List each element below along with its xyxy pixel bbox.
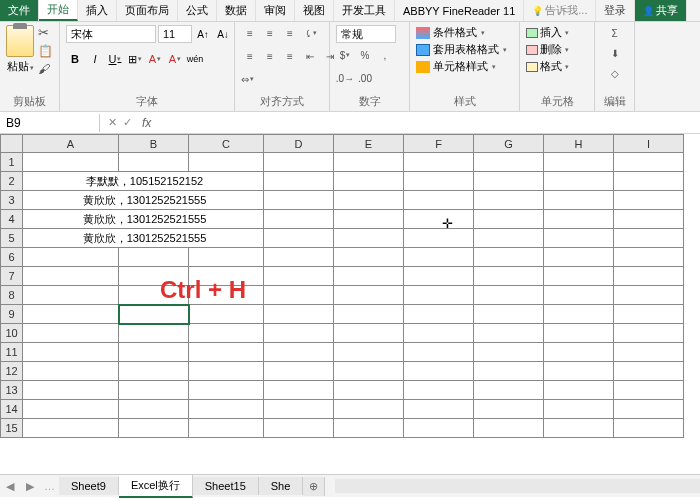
phonetic-button[interactable]: wén [186,50,204,68]
column-header[interactable]: D [264,135,334,153]
font-size-select[interactable] [158,25,192,43]
row-header[interactable]: 11 [1,343,23,362]
align-middle-button[interactable]: ≡ [261,25,279,41]
cell[interactable] [119,400,189,419]
tab-review[interactable]: 审阅 [256,0,295,21]
cell[interactable] [474,172,544,191]
fill-button[interactable]: ⬇ [606,45,624,61]
orientation-button[interactable]: ⤹ [301,25,319,41]
column-header[interactable]: E [334,135,404,153]
cell[interactable] [404,400,474,419]
cell[interactable] [23,286,119,305]
tab-home[interactable]: 开始 [39,0,78,21]
cell[interactable] [544,191,614,210]
sheet-tab[interactable]: Sheet15 [193,477,259,495]
name-box[interactable]: B9 [0,114,100,132]
row-header[interactable]: 14 [1,400,23,419]
cell[interactable] [264,248,334,267]
conditional-format-button[interactable]: 条件格式 [416,25,513,40]
tab-insert[interactable]: 插入 [78,0,117,21]
cell[interactable] [544,400,614,419]
cell[interactable] [264,172,334,191]
copy-button[interactable] [38,44,53,58]
column-header[interactable]: C [189,135,264,153]
cell[interactable] [614,210,684,229]
cell[interactable] [264,210,334,229]
cell[interactable] [614,362,684,381]
column-header[interactable]: H [544,135,614,153]
cell[interactable] [404,153,474,172]
sheet-tab[interactable]: Sheet9 [59,477,119,495]
tab-page-layout[interactable]: 页面布局 [117,0,178,21]
share-button[interactable]: 共享 [635,0,687,21]
cell[interactable] [404,267,474,286]
cell[interactable] [614,343,684,362]
cell[interactable]: 黄欣欣，1301252521555 [23,210,264,229]
cell[interactable] [264,286,334,305]
cell[interactable] [23,381,119,400]
cell[interactable] [264,419,334,438]
add-sheet-button[interactable] [303,477,325,496]
cell[interactable] [23,267,119,286]
worksheet-grid[interactable]: ABCDEFGHI12李默默，1051521521523黄欣欣，13012525… [0,134,700,474]
cell[interactable] [189,267,264,286]
cell[interactable] [264,153,334,172]
tab-view[interactable]: 视图 [295,0,334,21]
underline-button[interactable]: U [106,50,124,68]
cell[interactable] [334,248,404,267]
autosum-button[interactable]: Σ [606,25,624,41]
cell[interactable] [544,248,614,267]
comma-button[interactable]: , [376,47,394,63]
row-header[interactable]: 8 [1,286,23,305]
cell[interactable] [334,400,404,419]
cell[interactable] [119,362,189,381]
cell[interactable] [544,343,614,362]
cell[interactable] [474,191,544,210]
format-painter-button[interactable] [38,62,53,76]
cell[interactable] [474,381,544,400]
cell[interactable] [264,343,334,362]
cell[interactable] [474,248,544,267]
cell[interactable] [334,343,404,362]
row-header[interactable]: 3 [1,191,23,210]
cell[interactable] [614,172,684,191]
cell[interactable] [334,191,404,210]
cell[interactable] [474,419,544,438]
row-header[interactable]: 12 [1,362,23,381]
cell[interactable] [544,172,614,191]
cell[interactable] [474,305,544,324]
cell[interactable] [404,362,474,381]
cell[interactable] [474,153,544,172]
cell[interactable] [334,362,404,381]
column-header[interactable]: B [119,135,189,153]
tell-me[interactable]: 告诉我... [524,0,596,21]
cell[interactable] [474,229,544,248]
cell[interactable] [614,419,684,438]
cell[interactable] [119,419,189,438]
cell[interactable] [404,248,474,267]
cell[interactable] [614,267,684,286]
border-button[interactable]: ⊞ [126,50,144,68]
cell[interactable] [544,267,614,286]
row-header[interactable]: 15 [1,419,23,438]
cell[interactable] [119,343,189,362]
cell[interactable] [189,419,264,438]
cell[interactable] [404,419,474,438]
cell[interactable] [544,229,614,248]
cell[interactable] [404,343,474,362]
cell[interactable] [334,286,404,305]
paste-icon[interactable] [6,25,34,57]
cell[interactable] [264,324,334,343]
cell[interactable]: 李默默，105152152152 [23,172,264,191]
cell[interactable] [544,305,614,324]
cell[interactable] [334,324,404,343]
cell[interactable] [119,381,189,400]
cell[interactable] [189,153,264,172]
horizontal-scrollbar[interactable] [335,479,700,493]
row-header[interactable]: 10 [1,324,23,343]
cell[interactable] [404,229,474,248]
clear-button[interactable]: ◇ [606,65,624,81]
cell-styles-button[interactable]: 单元格样式 [416,59,513,74]
row-header[interactable]: 7 [1,267,23,286]
cell[interactable] [544,419,614,438]
